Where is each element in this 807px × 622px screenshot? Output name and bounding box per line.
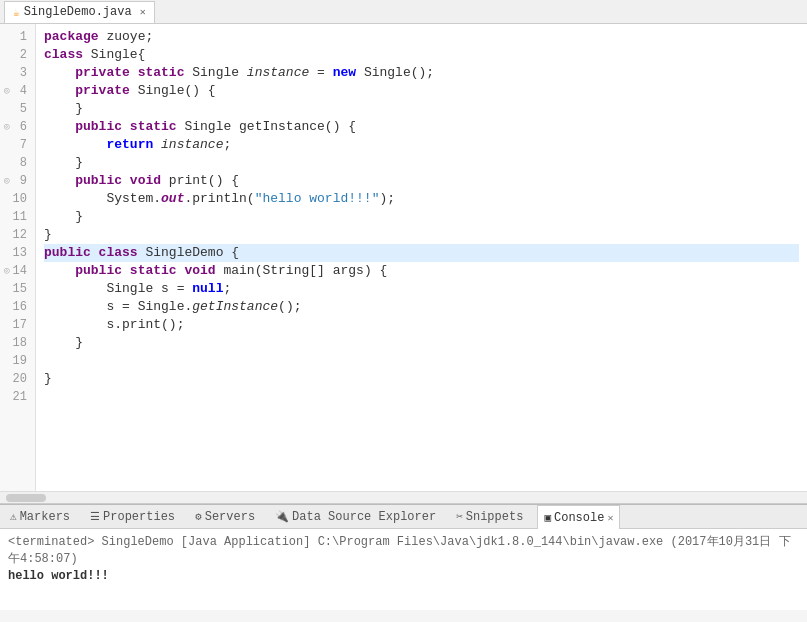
- line-number-11: 11: [4, 208, 31, 226]
- tab-bar: ☕ SingleDemo.java ✕: [0, 0, 807, 24]
- tab-close-icon[interactable]: ✕: [140, 6, 146, 18]
- code-line-12: }: [44, 226, 799, 244]
- code-line-15: Single s = null;: [44, 280, 799, 298]
- code-line-2: class Single{: [44, 46, 799, 64]
- console-output: hello world!!!: [8, 569, 799, 583]
- line-number-16: 16: [4, 298, 31, 316]
- properties-tab-icon: ☰: [90, 510, 100, 523]
- scroll-thumb[interactable]: [6, 494, 46, 502]
- line-number-14: 14: [4, 262, 31, 280]
- properties-tab-label: Properties: [103, 510, 175, 524]
- code-line-18: }: [44, 334, 799, 352]
- console-tab-properties[interactable]: ☰Properties: [84, 505, 181, 529]
- line-number-20: 20: [4, 370, 31, 388]
- console-tab-markers[interactable]: ⚠Markers: [4, 505, 76, 529]
- horizontal-scrollbar[interactable]: [0, 491, 807, 503]
- markers-tab-label: Markers: [20, 510, 70, 524]
- code-line-3: private static Single instance = new Sin…: [44, 64, 799, 82]
- bottom-panel: ⚠Markers☰Properties⚙Servers🔌Data Source …: [0, 504, 807, 610]
- line-numbers: 123456789101112131415161718192021: [0, 24, 36, 491]
- code-line-7: return instance;: [44, 136, 799, 154]
- line-number-3: 3: [4, 64, 31, 82]
- line-number-4: 4: [4, 82, 31, 100]
- datasource-tab-icon: 🔌: [275, 510, 289, 523]
- file-tab[interactable]: ☕ SingleDemo.java ✕: [4, 1, 155, 23]
- line-number-5: 5: [4, 100, 31, 118]
- code-line-17: s.print();: [44, 316, 799, 334]
- servers-tab-icon: ⚙: [195, 510, 202, 523]
- console-content: <terminated> SingleDemo [Java Applicatio…: [0, 529, 807, 610]
- line-number-15: 15: [4, 280, 31, 298]
- console-tab-label: Console: [554, 511, 604, 525]
- line-number-21: 21: [4, 388, 31, 406]
- code-line-16: s = Single.getInstance();: [44, 298, 799, 316]
- code-line-8: }: [44, 154, 799, 172]
- java-file-icon: ☕: [13, 6, 20, 19]
- editor-content[interactable]: 123456789101112131415161718192021 packag…: [0, 24, 807, 491]
- line-number-18: 18: [4, 334, 31, 352]
- console-tab-bar: ⚠Markers☰Properties⚙Servers🔌Data Source …: [0, 505, 807, 529]
- line-number-12: 12: [4, 226, 31, 244]
- code-line-5: }: [44, 100, 799, 118]
- line-number-19: 19: [4, 352, 31, 370]
- code-area[interactable]: package zuoye;class Single{ private stat…: [36, 24, 807, 491]
- snippets-tab-icon: ✂: [456, 510, 463, 523]
- tab-label: SingleDemo.java: [24, 5, 132, 19]
- line-number-1: 1: [4, 28, 31, 46]
- code-line-11: }: [44, 208, 799, 226]
- code-line-21: [44, 388, 799, 406]
- code-line-10: System.out.println("hello world!!!");: [44, 190, 799, 208]
- code-line-14: public static void main(String[] args) {: [44, 262, 799, 280]
- servers-tab-label: Servers: [205, 510, 255, 524]
- console-close-icon[interactable]: ✕: [607, 512, 613, 524]
- line-number-13: 13: [4, 244, 31, 262]
- code-line-9: public void print() {: [44, 172, 799, 190]
- line-number-7: 7: [4, 136, 31, 154]
- line-number-2: 2: [4, 46, 31, 64]
- console-status: <terminated> SingleDemo [Java Applicatio…: [8, 533, 799, 567]
- code-line-20: }: [44, 370, 799, 388]
- line-number-9: 9: [4, 172, 31, 190]
- editor-container: 123456789101112131415161718192021 packag…: [0, 24, 807, 504]
- line-number-6: 6: [4, 118, 31, 136]
- markers-tab-icon: ⚠: [10, 510, 17, 523]
- datasource-tab-label: Data Source Explorer: [292, 510, 436, 524]
- line-number-10: 10: [4, 190, 31, 208]
- snippets-tab-label: Snippets: [466, 510, 524, 524]
- code-line-4: private Single() {: [44, 82, 799, 100]
- console-tab-servers[interactable]: ⚙Servers: [189, 505, 261, 529]
- code-line-19: [44, 352, 799, 370]
- code-line-13: public class SingleDemo {: [44, 244, 799, 262]
- console-tab-icon: ▣: [544, 511, 551, 524]
- code-line-1: package zuoye;: [44, 28, 799, 46]
- console-tab-console[interactable]: ▣Console ✕: [537, 505, 620, 529]
- console-tab-datasource[interactable]: 🔌Data Source Explorer: [269, 505, 442, 529]
- line-number-8: 8: [4, 154, 31, 172]
- line-number-17: 17: [4, 316, 31, 334]
- code-line-6: public static Single getInstance() {: [44, 118, 799, 136]
- console-tab-snippets[interactable]: ✂Snippets: [450, 505, 529, 529]
